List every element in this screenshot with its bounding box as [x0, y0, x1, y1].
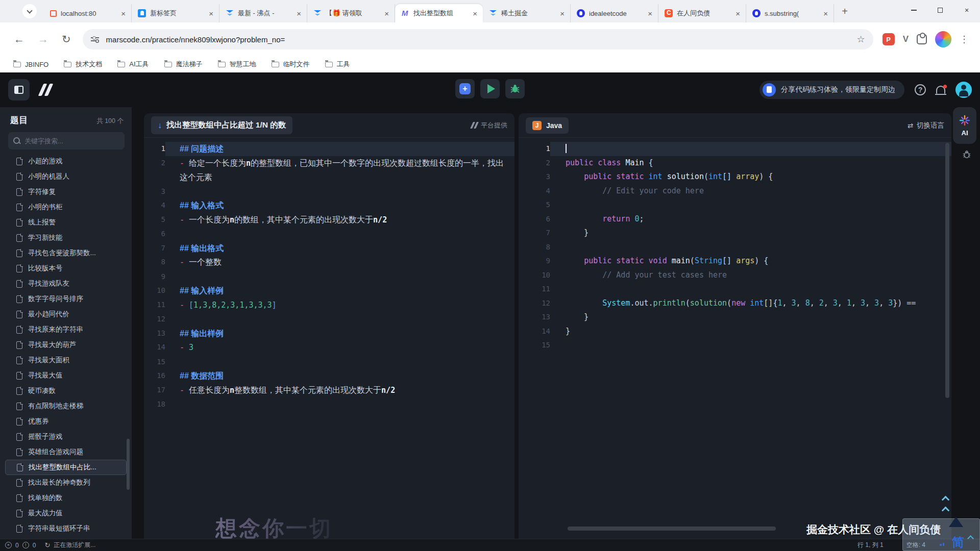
- tab-close-button[interactable]: ×: [207, 9, 215, 18]
- sidebar-item[interactable]: 寻找游戏队友: [5, 276, 127, 291]
- bookmark-item[interactable]: 技术文档: [64, 60, 102, 69]
- tab-close-button[interactable]: ×: [295, 9, 303, 18]
- errors-count[interactable]: 0: [15, 542, 19, 549]
- browser-tab[interactable]: 【🎁 请领取×: [307, 4, 395, 22]
- sidebar-item[interactable]: 寻找原来的字符串: [5, 322, 127, 337]
- sidebar-item[interactable]: 线上报警: [5, 215, 127, 230]
- browser-tab[interactable]: idealeetcode×: [571, 4, 658, 22]
- browser-menu-icon[interactable]: ⋮: [955, 34, 973, 45]
- bookmark-star-icon[interactable]: ☆: [857, 34, 865, 45]
- search-input[interactable]: [24, 137, 119, 145]
- sidebar-item[interactable]: 学习新技能: [5, 230, 127, 245]
- ime-simplified-label: 简: [952, 534, 964, 550]
- switch-language-button[interactable]: ⇄ 切换语言: [908, 121, 944, 130]
- sidebar-item[interactable]: 摇骰子游戏: [5, 429, 127, 444]
- bookmark-item[interactable]: 临时文件: [272, 60, 310, 69]
- sidebar-item[interactable]: 寻找最大值: [5, 368, 127, 383]
- tab-close-button[interactable]: ×: [646, 9, 654, 18]
- sidebar-item[interactable]: 小明的书柜: [5, 199, 127, 215]
- sidebar-item[interactable]: 找单独的数: [5, 490, 127, 506]
- new-tab-button[interactable]: +: [837, 4, 852, 19]
- browser-tab[interactable]: 在人间负债×: [658, 4, 746, 22]
- close-button[interactable]: ×: [953, 0, 980, 20]
- search-box[interactable]: [8, 132, 125, 149]
- bookmark-item[interactable]: 魔法梯子: [164, 60, 203, 69]
- sidebar-item[interactable]: 硬币凑数: [5, 383, 127, 398]
- run-button[interactable]: [480, 79, 500, 98]
- sidebar-item[interactable]: 小超的游戏: [5, 154, 127, 169]
- tab-close-button[interactable]: ×: [558, 9, 566, 18]
- browser-tab[interactable]: localhost:80×: [44, 4, 132, 22]
- sidebar-item[interactable]: 最小趋同代价: [5, 307, 127, 322]
- bookmark-item[interactable]: AI工具: [117, 60, 149, 69]
- code-editor[interactable]: 12public class Main {3 public static int…: [519, 138, 951, 353]
- add-test-button[interactable]: +: [455, 79, 475, 98]
- browser-tab[interactable]: 最新 - 沸点 -×: [219, 4, 307, 22]
- maximize-button[interactable]: [927, 0, 953, 20]
- sidebar-item[interactable]: 字符串最短循环子串: [5, 521, 127, 536]
- warnings-count[interactable]: 0: [33, 542, 36, 549]
- bookmark-item[interactable]: 工具: [325, 60, 350, 69]
- marscode-logo[interactable]: [41, 84, 51, 96]
- cursor-position[interactable]: 行 1, 列 1: [857, 541, 884, 549]
- minimize-button[interactable]: [900, 0, 927, 20]
- browser-tab[interactable]: 找出整型数组×: [395, 4, 483, 22]
- errors-icon[interactable]: ×: [5, 542, 12, 548]
- sidebar-item[interactable]: 寻找最大面积: [5, 353, 127, 368]
- sidebar-item[interactable]: 找出整型数组中占比...: [5, 460, 127, 475]
- code-token: solution: [690, 298, 727, 308]
- editor-vertical-scrollbar[interactable]: [945, 143, 949, 398]
- sidebar-item[interactable]: 优惠券: [5, 414, 127, 429]
- sidebar-item[interactable]: 寻找最大的葫芦: [5, 337, 127, 353]
- sidebar-scrollbar[interactable]: [127, 439, 130, 490]
- extensions-puzzle-icon[interactable]: [917, 34, 927, 44]
- browser-tab[interactable]: 新标签页×: [132, 4, 219, 22]
- debug-button[interactable]: [505, 79, 525, 98]
- sidebar-item[interactable]: 比较版本号: [5, 261, 127, 276]
- language-chip[interactable]: J Java: [526, 117, 569, 134]
- sidebar-item[interactable]: 英雄组合游戏问题: [5, 444, 127, 460]
- scroll-to-top-buttons[interactable]: [943, 497, 948, 513]
- back-button[interactable]: ←: [7, 33, 31, 45]
- code-token: 2: [819, 298, 824, 308]
- tab-search-button[interactable]: [22, 4, 37, 18]
- tab-close-button[interactable]: ×: [383, 9, 390, 18]
- problem-markdown-editor[interactable]: 1## 问题描述2- 给定一个长度为n的整型数组，已知其中一个数字的出现次数超过…: [144, 138, 514, 412]
- warnings-icon[interactable]: !: [22, 542, 29, 548]
- feedback-bug-button[interactable]: [962, 150, 971, 161]
- bookmark-item[interactable]: 智慧工地: [218, 60, 256, 69]
- browser-tab[interactable]: 稀土掘金×: [483, 4, 571, 22]
- sidebar-item[interactable]: 有点限制地走楼梯: [5, 398, 127, 414]
- bookmark-item[interactable]: JBINFO: [13, 61, 48, 68]
- code-token: [566, 256, 584, 265]
- editor-horizontal-scrollbar[interactable]: [568, 527, 776, 531]
- tab-close-button[interactable]: ×: [734, 9, 742, 18]
- tab-close-button[interactable]: ×: [471, 9, 479, 18]
- code-token: ,: [824, 298, 833, 308]
- code-token: public static void: [584, 256, 672, 265]
- sidebar-item[interactable]: 数字字母问号排序: [5, 291, 127, 307]
- tab-close-button[interactable]: ×: [119, 9, 127, 18]
- notifications-bell-icon[interactable]: [936, 86, 945, 94]
- browser-tab[interactable]: s.substring(×: [746, 4, 834, 22]
- forward-button[interactable]: →: [31, 33, 55, 45]
- refresh-button[interactable]: ↻: [55, 33, 78, 45]
- address-bar[interactable]: marscode.cn/practice/nnek809lxwjono?prob…: [83, 29, 873, 49]
- ime-panel[interactable]: 简: [902, 518, 980, 551]
- sidebar-item[interactable]: 小明的机器人: [5, 169, 127, 184]
- sidebar-toggle-button[interactable]: [8, 79, 30, 101]
- help-button[interactable]: ?: [915, 84, 926, 95]
- browser-profile-avatar[interactable]: [935, 31, 951, 47]
- share-banner[interactable]: 分享代码练习体验，领限量定制周边: [760, 81, 904, 99]
- sidebar-item[interactable]: 字符修复: [5, 184, 127, 199]
- download-icon[interactable]: ↓: [158, 121, 162, 130]
- sidebar-item[interactable]: 找出最长的神奇数列: [5, 475, 127, 490]
- extension-v-icon[interactable]: V: [903, 34, 909, 44]
- ai-assistant-button[interactable]: AI: [953, 107, 976, 144]
- tab-close-button[interactable]: ×: [822, 9, 829, 18]
- sidebar-item[interactable]: 最大战力值: [5, 506, 127, 521]
- user-avatar[interactable]: [955, 82, 972, 98]
- sidebar-item[interactable]: 寻找包含斐波那契数...: [5, 245, 127, 261]
- site-settings-icon[interactable]: [91, 36, 99, 42]
- extension-red-icon[interactable]: P: [883, 33, 895, 45]
